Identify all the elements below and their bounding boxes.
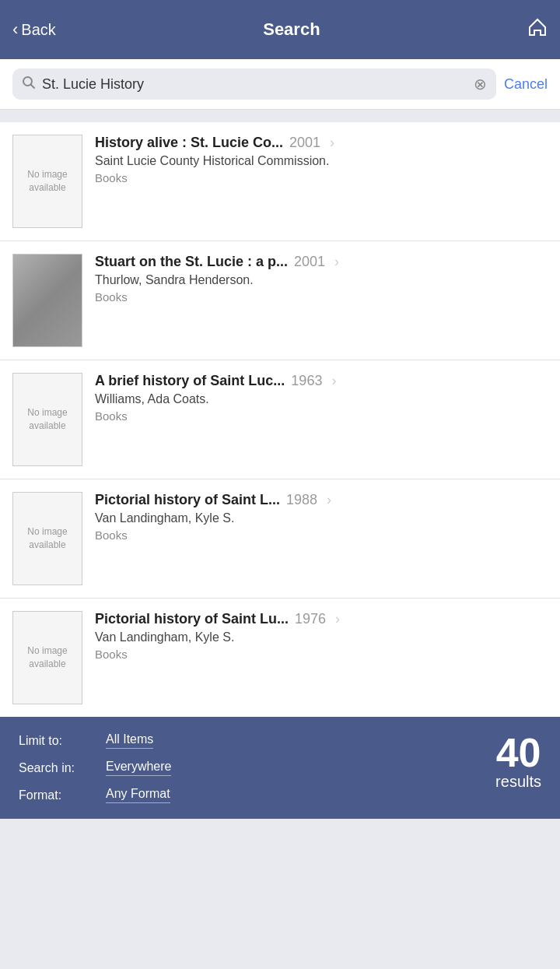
- search-in-label: Search in:: [19, 761, 96, 775]
- app-header: ‹ Back Search: [0, 0, 560, 59]
- book-thumbnail: [12, 254, 82, 347]
- list-item[interactable]: No image availableA brief history of Sai…: [0, 360, 560, 479]
- result-title: Pictorial history of Saint Lu...: [95, 611, 289, 627]
- result-author: Williams, Ada Coats.: [95, 392, 548, 406]
- cancel-button[interactable]: Cancel: [504, 76, 548, 93]
- result-author: Thurlow, Sandra Henderson.: [95, 273, 548, 287]
- spacer: [0, 110, 560, 122]
- list-item[interactable]: No image availablePictorial history of S…: [0, 599, 560, 717]
- result-author: Saint Lucie County Historical Commission…: [95, 154, 548, 168]
- search-in-filter-row: Search in: Everywhere: [19, 760, 171, 776]
- limit-label: Limit to:: [19, 734, 96, 748]
- result-format: Books: [95, 528, 548, 542]
- bottom-bar: Limit to: All Items Search in: Everywher…: [0, 717, 560, 819]
- result-title: History alive : St. Lucie Co...: [95, 135, 283, 151]
- result-info: Stuart on the St. Lucie : a p...2001›Thu…: [95, 254, 548, 304]
- search-input-wrapper: ⊗: [12, 68, 496, 100]
- results-count-section: 40 results: [495, 732, 541, 791]
- back-label: Back: [21, 21, 55, 39]
- search-icon: [22, 75, 36, 93]
- result-title: A brief history of Saint Luc...: [95, 373, 285, 389]
- result-year: 1976: [295, 611, 326, 627]
- chevron-right-icon: ›: [334, 254, 339, 270]
- results-text: results: [495, 773, 541, 791]
- limit-value[interactable]: All Items: [106, 732, 153, 749]
- result-author: Van Landingham, Kyle S.: [95, 511, 548, 525]
- result-info: Pictorial history of Saint L...1988›Van …: [95, 492, 548, 542]
- result-author: Van Landingham, Kyle S.: [95, 630, 548, 644]
- limit-filter-row: Limit to: All Items: [19, 732, 171, 749]
- result-title-row: History alive : St. Lucie Co...2001›: [95, 135, 548, 151]
- book-thumbnail: No image available: [12, 611, 82, 704]
- chevron-right-icon: ›: [335, 611, 340, 627]
- result-title-row: Pictorial history of Saint Lu...1976›: [95, 611, 548, 627]
- search-bar: ⊗ Cancel: [0, 59, 560, 110]
- result-title-row: A brief history of Saint Luc...1963›: [95, 373, 548, 389]
- result-title: Stuart on the St. Lucie : a p...: [95, 254, 288, 270]
- result-info: Pictorial history of Saint Lu...1976›Van…: [95, 611, 548, 661]
- book-thumbnail: No image available: [12, 492, 82, 585]
- search-in-value[interactable]: Everywhere: [106, 760, 171, 776]
- result-year: 2001: [294, 254, 325, 270]
- svg-line-1: [31, 84, 35, 88]
- result-format: Books: [95, 171, 548, 184]
- result-title: Pictorial history of Saint L...: [95, 492, 280, 508]
- result-title-row: Pictorial history of Saint L...1988›: [95, 492, 548, 508]
- result-year: 2001: [289, 135, 320, 151]
- book-thumbnail: No image available: [12, 373, 82, 466]
- clear-icon[interactable]: ⊗: [474, 75, 487, 93]
- filters-section: Limit to: All Items Search in: Everywher…: [19, 732, 171, 803]
- home-button[interactable]: [527, 17, 548, 42]
- chevron-right-icon: ›: [330, 135, 334, 151]
- result-year: 1963: [291, 373, 322, 389]
- results-list: No image availableHistory alive : St. Lu…: [0, 122, 560, 717]
- search-input[interactable]: [42, 76, 467, 93]
- home-icon: [527, 17, 548, 37]
- results-count: 40: [496, 732, 541, 773]
- list-item[interactable]: Stuart on the St. Lucie : a p...2001›Thu…: [0, 241, 560, 360]
- format-value[interactable]: Any Format: [106, 787, 170, 803]
- list-item[interactable]: No image availableHistory alive : St. Lu…: [0, 122, 560, 241]
- page-title: Search: [263, 19, 320, 40]
- result-year: 1988: [286, 492, 317, 508]
- chevron-right-icon: ›: [331, 373, 336, 389]
- result-info: History alive : St. Lucie Co...2001›Sain…: [95, 135, 548, 184]
- list-item[interactable]: No image availablePictorial history of S…: [0, 479, 560, 599]
- book-thumbnail: No image available: [12, 135, 82, 228]
- result-title-row: Stuart on the St. Lucie : a p...2001›: [95, 254, 548, 270]
- chevron-right-icon: ›: [327, 492, 331, 508]
- result-info: A brief history of Saint Luc...1963›Will…: [95, 373, 548, 423]
- back-button[interactable]: ‹ Back: [12, 19, 56, 40]
- format-label: Format:: [19, 788, 96, 802]
- format-filter-row: Format: Any Format: [19, 787, 171, 803]
- back-chevron-icon: ‹: [12, 19, 18, 40]
- result-format: Books: [95, 648, 548, 661]
- result-format: Books: [95, 409, 548, 423]
- result-format: Books: [95, 290, 548, 304]
